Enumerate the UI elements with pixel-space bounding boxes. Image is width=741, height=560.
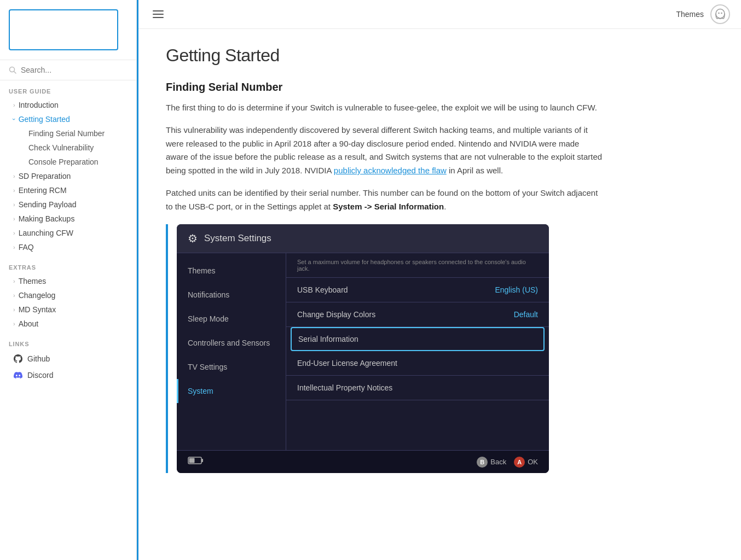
sidebar-link-github[interactable]: Github [9,351,128,367]
switch-body: Themes Notifications Sleep Mode Controll… [177,253,549,450]
switch-row-value: Default [514,310,538,319]
sidebar-link-discord[interactable]: Discord [9,367,128,383]
switch-menu-themes: Themes [177,259,286,283]
switch-menu-notifications: Notifications [177,283,286,307]
chevron-icon: › [13,230,15,236]
discord-icon [13,370,23,380]
sidebar-item-faq[interactable]: › FAQ [9,240,128,254]
sidebar-sub-console-prep[interactable]: Console Preparation [24,155,128,169]
hamburger-button[interactable] [149,7,167,21]
topbar-left [149,7,167,21]
logo-box [9,9,118,50]
para-3: Patched units can be identified by their… [166,186,604,214]
topbar-right: Themes [676,4,730,24]
user-guide-section: USER GUIDE › Introduction › Getting Star… [0,80,136,256]
svg-point-3 [718,13,720,14]
search-input[interactable] [21,66,128,74]
switch-footer-buttons: B Back A OK [477,457,538,468]
sidebar-item-label: FAQ [19,243,34,252]
para2-link[interactable]: publicly acknowledged the flaw [334,166,447,175]
search-icon [9,66,16,74]
hamburger-line [153,10,164,11]
sidebar-item-entering-rcm[interactable]: › Entering RCM [9,183,128,197]
svg-rect-7 [201,459,203,462]
switch-menu: Themes Notifications Sleep Mode Controll… [177,253,286,450]
chevron-icon: › [13,320,15,327]
switch-row-value: English (US) [495,285,538,294]
sidebar-sub-check-vulnerability[interactable]: Check Vulnerability [24,141,128,155]
main-area: Themes Getting Started Finding Serial Nu… [138,0,741,560]
back-label: Back [490,458,506,466]
switch-titlebar: ⚙ System Settings [177,224,549,253]
sidebar-item-getting-started[interactable]: › Getting Started [9,112,128,126]
chevron-icon: › [13,244,15,250]
sidebar-item-label: Making Backups [19,214,75,223]
sidebar-item-label: Sending Payload [19,200,77,209]
switch-menu-sleep-mode: Sleep Mode [177,307,286,331]
sidebar-item-label: About [19,319,39,328]
themes-link[interactable]: Themes [676,10,704,19]
sidebar-item-label: Getting Started [19,115,70,124]
para-1: The first thing to do is determine if yo… [166,101,604,115]
svg-point-4 [721,13,722,14]
sidebar-item-changelog[interactable]: › Changelog [9,288,128,302]
sidebar-item-introduction[interactable]: › Introduction [9,98,128,112]
sidebar-item-about[interactable]: › About [9,317,128,331]
switch-menu-tv: TV Settings [177,355,286,379]
para3-bold: System -> Serial Information [333,202,444,211]
switch-content: Set a maximum volume for headphones or s… [286,253,549,450]
switch-screenshot: ⚙ System Settings Themes Notifications S… [177,224,549,473]
chevron-icon: › [11,118,18,120]
sidebar-sub-finding-serial[interactable]: Finding Serial Number [24,126,128,141]
extras-title: EXTRAS [9,264,128,271]
user-guide-title: USER GUIDE [9,88,128,95]
switch-row-eula: End-User License Agreement [286,351,549,376]
hamburger-line [153,17,164,18]
sidebar-item-making-backups[interactable]: › Making Backups [9,212,128,226]
sidebar-logo-area [0,0,136,60]
chevron-icon: › [13,187,15,194]
switch-top-note: Set a maximum volume for headphones or s… [286,253,549,278]
switch-footer: B Back A OK [177,450,549,473]
sidebar-item-sd-prep[interactable]: › SD Preparation [9,169,128,183]
topbar: Themes [138,0,741,29]
switch-title-text: System Settings [204,233,271,244]
ghost-button[interactable] [710,4,730,24]
svg-line-1 [14,72,16,74]
chevron-icon: › [13,173,15,179]
switch-row-label: Intellectual Property Notices [297,383,392,392]
hamburger-line [153,14,164,15]
chevron-icon: › [13,292,15,299]
sidebar-item-label: SD Preparation [19,172,71,180]
sidebar-item-label: Changelog [19,291,56,300]
sidebar-item-sending-payload[interactable]: › Sending Payload [9,197,128,212]
switch-row-ip-notices: Intellectual Property Notices [286,376,549,400]
b-button: B [477,457,488,468]
section-heading-serial: Finding Serial Number [166,81,604,94]
chevron-icon: › [13,102,15,108]
switch-row-serial-info: Serial Information [291,327,545,351]
links-section: LINKS Github Discord [0,333,136,386]
switch-row-label: Change Display Colors [297,310,375,319]
sidebar-item-label: MD Syntax [19,305,56,314]
sidebar-item-launching-cfw[interactable]: › Launching CFW [9,226,128,240]
sidebar-item-themes[interactable]: › Themes [9,274,128,288]
page-title: Getting Started [166,45,604,66]
chevron-icon: › [13,278,15,284]
para3-text2: . [444,202,446,211]
para2-text2: in April as well. [447,166,503,175]
switch-menu-controllers: Controllers and Sensors [177,331,286,355]
links-title: LINKS [9,341,128,347]
content-area: Getting Started Finding Serial Number Th… [138,29,631,560]
ok-label: OK [528,458,538,466]
sidebar-search-container[interactable] [0,60,136,80]
sidebar-item-md-syntax[interactable]: › MD Syntax [9,302,128,317]
settings-gear-icon: ⚙ [188,232,198,245]
switch-row-label: USB Keyboard [297,285,348,294]
getting-started-submenu: Finding Serial Number Check Vulnerabilit… [9,126,128,169]
sidebar-item-label: Introduction [19,101,59,109]
github-icon [13,354,23,364]
para-2: This vulnerability was independently dis… [166,124,604,178]
svg-rect-6 [189,458,195,463]
svg-point-2 [716,9,725,19]
